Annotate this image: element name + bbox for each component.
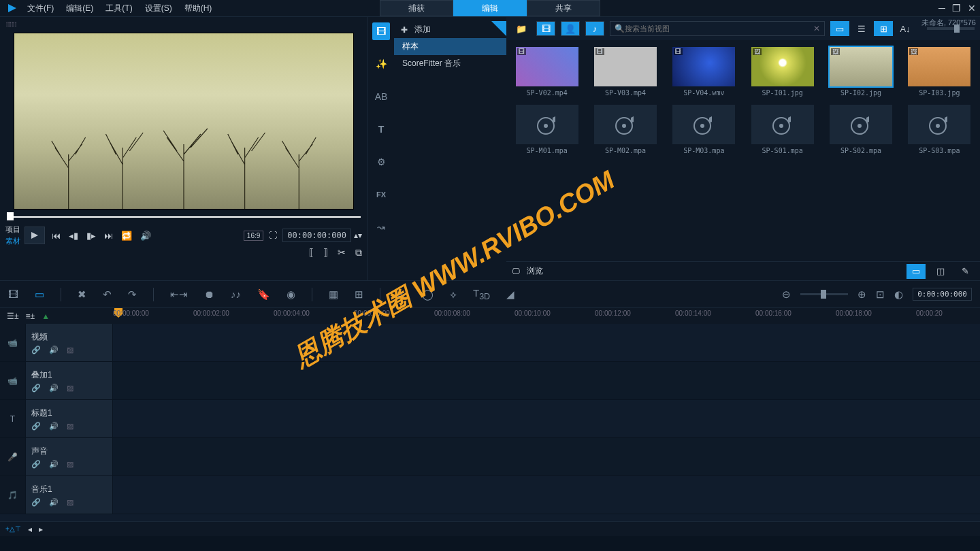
project-duration-icon[interactable]: ◐ [894,288,903,301]
goto-start-icon[interactable]: ⏮ [52,231,61,241]
library-item[interactable]: SP-M03.mpa [670,105,738,154]
pin-icon[interactable] [491,21,506,36]
link-icon[interactable]: 🔗 [31,346,41,354]
multicam-icon[interactable]: ◉ [287,288,295,301]
undo-icon[interactable]: ↶ [103,288,112,301]
record-icon[interactable]: ⏺ [204,288,214,300]
close-icon[interactable]: ✕ [968,3,976,14]
play-button[interactable] [24,227,45,244]
scrub-bar[interactable] [7,216,361,218]
track-lane[interactable] [113,324,980,361]
menu-tools[interactable]: 工具(T) [105,3,132,14]
filter-video-icon[interactable]: 🎞 [536,21,555,36]
aspect-ratio[interactable]: 16:9 [244,231,263,241]
tree-scorefitter[interactable]: ScoreFitter 音乐 [394,55,506,72]
menu-edit[interactable]: 编辑(E) [66,3,93,14]
fx-tab-icon[interactable]: FX [372,186,390,203]
audio-mix-icon[interactable]: ♪♪ [231,288,241,300]
transitions-tab-icon[interactable]: ✨ [372,55,390,73]
fit-window-icon[interactable]: ⊡ [876,288,885,301]
zoom-slider[interactable] [800,293,848,295]
panel-toggle-1-icon[interactable]: ▭ [906,264,926,279]
split-icon[interactable]: ✂ [338,247,346,258]
tools-icon[interactable]: ✖ [78,288,86,301]
storyboard-view-icon[interactable]: 🎞 [8,288,18,300]
mark-in-icon[interactable]: ⟦ [309,247,314,258]
track-lane[interactable] [113,362,980,399]
mark-out-icon[interactable]: ⟧ [323,247,328,258]
snapshot-icon[interactable]: ⧉ [355,247,362,258]
browse-label[interactable]: 浏览 [527,265,543,277]
menu-settings[interactable]: 设置(S) [145,3,172,14]
add-label[interactable]: 添加 [414,24,431,35]
tab-share[interactable]: 共享 [527,0,600,16]
track-type-icon[interactable]: 🎤 [0,438,26,475]
track-type-icon[interactable]: 📹 [0,362,26,399]
3d-title-icon[interactable]: T3D [473,287,490,301]
timeline-ruler[interactable]: 00:00:00:0000:00:02:0000:00:04:0000:00:0… [113,308,980,324]
library-item[interactable]: SP-S01.mpa [749,105,816,154]
track-fx-icon[interactable]: ▨ [67,460,74,469]
library-item[interactable]: 🎞SP-V04.wmv [670,47,738,97]
track-lane[interactable] [113,476,980,514]
library-item[interactable]: 🎞SP-V02.mp4 [513,47,581,97]
library-item[interactable]: 🎞SP-V03.mp4 [591,47,659,97]
split-screen-icon[interactable]: ⊞ [355,288,363,301]
track-type-icon[interactable]: 🎵 [0,476,26,514]
fit-icon[interactable]: ⇤⇥ [170,288,188,301]
mute-icon[interactable]: 🔊 [49,384,59,393]
path-tab-icon[interactable]: ↝ [372,218,390,236]
link-icon[interactable]: 🔗 [31,422,41,431]
mute-icon[interactable]: 🔊 [49,346,59,354]
track-lane[interactable] [113,400,980,437]
graphics-tab-icon[interactable]: ⚙ [372,153,390,171]
view-grid-icon[interactable]: ⊞ [874,21,893,36]
tree-sample[interactable]: 样本 [394,38,506,55]
mask-icon[interactable]: ▦ [329,288,338,301]
track-fx-icon[interactable]: ▨ [67,384,74,393]
preview-timecode[interactable]: 00:00:00:000 [282,229,351,242]
menu-file[interactable]: 文件(F) [27,3,54,14]
tab-capture[interactable]: 捕获 [380,0,453,16]
track-header[interactable]: 标题1🔗🔊▨ [26,400,113,437]
title-tab-icon[interactable]: AB [372,88,390,105]
track-fx-icon[interactable]: ▨ [67,498,74,507]
track-header[interactable]: 叠加1🔗🔊▨ [26,362,113,399]
tracking-icon[interactable]: ⟡ [450,288,457,301]
loop-icon[interactable]: 🔁 [121,231,132,241]
prev-frame-icon[interactable]: ◂▮ [69,231,78,241]
mute-icon[interactable]: 🔊 [49,498,59,507]
media-tab-icon[interactable]: 🎞 [372,22,390,40]
import-icon[interactable]: 📁 [512,21,531,36]
minimize-icon[interactable]: ─ [938,3,945,14]
add-icon[interactable]: ✚ [401,25,408,35]
speed-icon[interactable]: ≋ [397,288,406,301]
track-header[interactable]: 音乐1🔗🔊▨ [26,476,113,514]
mute-icon[interactable]: 🔊 [49,460,59,469]
resize-icon[interactable]: ⛶ [269,231,277,240]
mode-project[interactable]: 项目 [5,224,20,235]
library-item[interactable]: SP-M02.mpa [591,105,659,154]
next-frame-icon[interactable]: ▮▸ [86,231,96,241]
track-type-icon[interactable]: 📹 [0,324,26,361]
scroll-left-icon[interactable]: ◂ [28,524,32,534]
search-input[interactable] [625,24,813,33]
track-fx-icon[interactable]: ▨ [67,422,74,431]
zoom-in-icon[interactable]: ⊕ [858,288,866,301]
redo-icon[interactable]: ↷ [128,288,137,301]
view-list-icon[interactable]: ☰ [852,21,871,36]
goto-end-icon[interactable]: ⏭ [104,231,113,241]
library-item[interactable]: SP-S02.mpa [827,105,894,154]
menu-help[interactable]: 帮助(H) [184,3,212,14]
marker-icon[interactable]: 🔖 [257,288,270,301]
track-header[interactable]: 声音🔗🔊▨ [26,438,113,475]
link-icon[interactable]: 🔗 [31,384,41,393]
track-options2-icon[interactable]: ≡± [26,312,35,321]
track-lane[interactable] [113,438,980,475]
panel-toggle-2-icon[interactable]: ◫ [931,264,950,279]
maximize-icon[interactable]: ❐ [952,3,961,14]
timeline-view-icon[interactable]: ▭ [35,288,44,301]
track-header[interactable]: 视频🔗🔊▨ [26,324,113,361]
browse-icon[interactable]: 🖵 [512,267,520,276]
library-item[interactable]: SP-S03.mpa [906,105,973,154]
